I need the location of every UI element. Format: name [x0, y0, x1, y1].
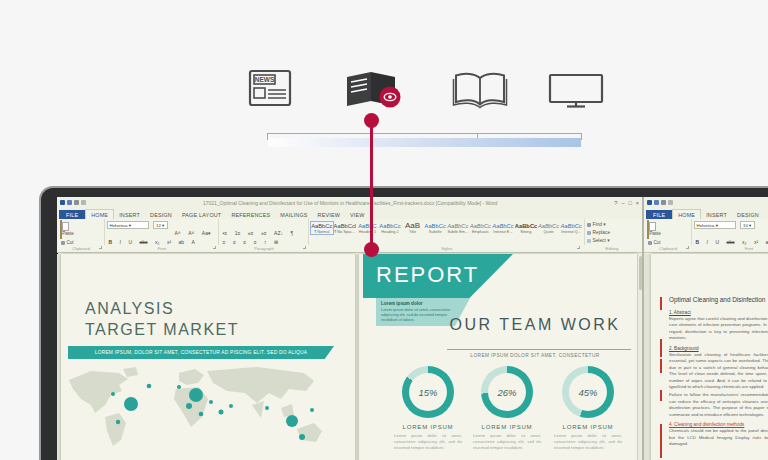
- replace-button[interactable]: Replace: [587, 229, 640, 237]
- carousel-slider-progress[interactable]: [268, 138, 581, 147]
- donut-charts: 15% LOREM IPSUM Lorem ipsum dolor sit am…: [359, 366, 637, 460]
- font-name-combo[interactable]: Helvetica ▾: [694, 221, 736, 229]
- save-icon[interactable]: [654, 200, 659, 205]
- dialog-launcher-icon[interactable]: [577, 246, 580, 249]
- donut-ring: 26%: [481, 366, 533, 418]
- monitor-bezel: 17021_Optimal Cleaning and Disinfectant …: [39, 186, 768, 460]
- document-page: Optimal Cleaning and Disinfection1. Abst…: [651, 254, 768, 460]
- ribbon-tab[interactable]: FILE: [646, 210, 672, 220]
- style-card[interactable]: AaBbCc Subtitle: [424, 222, 446, 234]
- donut-ring: 15%: [402, 366, 454, 418]
- doc-block: Sterilization and cleaning of healthcare…: [669, 352, 768, 391]
- connector-dot-bottom: [364, 242, 379, 257]
- find-button[interactable]: Find ▾: [587, 221, 640, 229]
- style-preview: AaBbCcl: [334, 222, 356, 230]
- help-button[interactable]: ?: [614, 200, 617, 206]
- select-button[interactable]: Select ▾: [587, 237, 640, 245]
- editing-group: Find ▾ Replace Select ▾: [585, 219, 642, 245]
- ribbon-tab[interactable]: VIEW: [345, 210, 370, 220]
- style-card[interactable]: AaBbCc ¶ Normal: [311, 222, 333, 234]
- minimize-button[interactable]: –: [621, 200, 624, 206]
- news-icon-label: NEWS: [255, 76, 275, 83]
- style-card[interactable]: AaBbCc Intense Q...: [560, 222, 582, 234]
- donut-chart: 26% LOREM IPSUM Lorem ipsum dolor sit am…: [469, 366, 545, 451]
- style-card[interactable]: AaBbCcl ¶ No Spac...: [334, 222, 356, 234]
- document-area: Optimal Cleaning and Disinfection1. Abst…: [644, 254, 768, 460]
- style-card[interactable]: AaBbCc Subtle Em...: [447, 222, 469, 234]
- undo-icon[interactable]: [661, 200, 666, 205]
- dialog-launcher-icon[interactable]: [99, 246, 102, 249]
- clipboard-group-label: Clipboard: [648, 246, 688, 251]
- font-group-label: Font: [694, 246, 768, 251]
- font-size-combo[interactable]: 10 ▾: [740, 221, 755, 229]
- dialog-launcher-icon[interactable]: [213, 246, 216, 249]
- ribbon-tab[interactable]: PAGE LAYOUT: [764, 210, 768, 220]
- style-card[interactable]: AaB Title: [402, 222, 424, 234]
- style-name: Title: [402, 230, 424, 234]
- style-preview: AaBbCc: [311, 222, 333, 230]
- style-card[interactable]: AaBbCc Emphasis: [470, 222, 492, 234]
- style-preview: AaB: [402, 222, 424, 230]
- style-card[interactable]: AaBbCc Intense E...: [492, 222, 514, 234]
- font-name-combo[interactable]: Helvetica ▾: [107, 221, 149, 229]
- donut-percent: 45%: [578, 387, 597, 398]
- ribbon-tab[interactable]: REVIEW: [313, 210, 345, 220]
- carousel-slider-track[interactable]: [267, 133, 582, 134]
- word-app-icon[interactable]: [60, 200, 65, 205]
- ebook-reading-icon[interactable]: [344, 69, 402, 111]
- style-name: Intense Q...: [560, 230, 582, 234]
- undo-icon[interactable]: [74, 200, 79, 205]
- ribbon-tab[interactable]: PAGE LAYOUT: [177, 210, 226, 220]
- style-name: Heading 1: [357, 230, 379, 234]
- redo-icon[interactable]: [668, 200, 673, 205]
- donut-description: Lorem ipsum dolor sit amet, consectetur …: [473, 433, 541, 451]
- team-subheading: LOREM IPSUM DOLOR SIT AMET, CONSECTETUR: [435, 353, 635, 358]
- style-preview: AaBbCc: [470, 222, 492, 230]
- style-preview: AaBbCc: [447, 222, 469, 230]
- show-marks-button[interactable]: ¶: [289, 229, 295, 237]
- paragraph-group: •≡ 1≡ «≡ »≡ AZ↓ ¶ ≡ ≡ ≡ ≡ ↕: [219, 219, 309, 245]
- save-icon[interactable]: [67, 200, 72, 205]
- ribbon-tab[interactable]: HOME: [85, 209, 114, 220]
- style-preview: AaBbCc: [538, 222, 560, 230]
- paste-button[interactable]: Paste: [646, 221, 662, 239]
- newspaper-icon[interactable]: NEWS: [246, 68, 294, 108]
- ribbon-tab[interactable]: DESIGN: [145, 210, 177, 220]
- open-book-icon[interactable]: [452, 71, 508, 109]
- style-card[interactable]: AaBbCc Heading 2: [379, 222, 401, 234]
- ribbon-tab[interactable]: DESIGN: [732, 210, 764, 220]
- document-area: ANALYSIS TARGET MARKET LOREM IPSUM, DOLO…: [57, 254, 642, 460]
- style-name: Quote: [538, 230, 560, 234]
- clipboard-group: Paste Cut Copy Format Painter: [644, 219, 692, 245]
- ribbon-tab[interactable]: HOME: [672, 209, 701, 220]
- dialog-launcher-icon[interactable]: [303, 246, 306, 249]
- font-group-label: Font: [107, 246, 217, 251]
- restore-button[interactable]: □: [628, 200, 631, 206]
- quick-access-toolbar: [647, 200, 673, 205]
- style-card[interactable]: AaBbCc Quote: [538, 222, 560, 234]
- document-page-left: ANALYSIS TARGET MARKET LOREM IPSUM, DOLO…: [61, 254, 355, 460]
- select-icon: [587, 239, 591, 243]
- ribbon-tabs: FILEHOMEINSERTDESIGNPAGE LAYOUT: [644, 208, 768, 219]
- doc-block: 2. Background: [669, 346, 768, 351]
- tracked-change-bar: [660, 390, 662, 401]
- change-case-button[interactable]: Aa▾: [200, 229, 212, 237]
- doc-block: Optimal Cleaning and Disinfection: [669, 296, 768, 303]
- close-button[interactable]: ×: [636, 200, 639, 206]
- monitor-display-icon[interactable]: [547, 73, 605, 109]
- word-app-icon[interactable]: [647, 200, 652, 205]
- styles-group: AaBbCc ¶ Normal AaBbCcl ¶ No Spac...: [309, 219, 585, 245]
- callout-heading: Lorem ipsum dolor: [381, 301, 462, 306]
- style-card[interactable]: AaBbC Heading 1: [357, 222, 379, 234]
- paste-button[interactable]: Paste: [59, 221, 75, 239]
- team-heading: OUR TEAM WORK: [435, 316, 635, 334]
- ribbon-tab[interactable]: INSERT: [701, 210, 732, 220]
- ribbon-tab[interactable]: MAILINGS: [275, 210, 312, 220]
- ribbon-tab[interactable]: REFERENCES: [226, 210, 275, 220]
- ribbon-tab[interactable]: INSERT: [114, 210, 145, 220]
- font-size-combo[interactable]: 12 ▾: [153, 221, 168, 229]
- title-bar: [644, 197, 768, 208]
- ribbon-tab[interactable]: FILE: [59, 210, 85, 220]
- dialog-launcher-icon[interactable]: [686, 246, 689, 249]
- style-card[interactable]: AaBbCc Strong: [515, 222, 537, 234]
